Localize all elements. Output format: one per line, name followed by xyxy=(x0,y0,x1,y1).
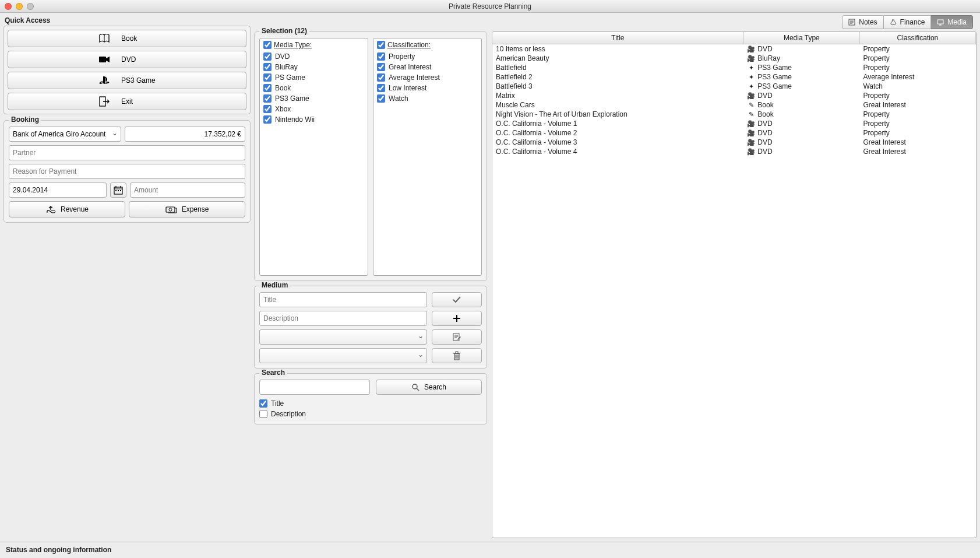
quick-access-panel: Book DVD PS3 Game Exit xyxy=(3,26,251,114)
table-row[interactable]: O.C. California - Volume 1🎥DVDProperty xyxy=(492,119,976,128)
media-type-all-checkbox[interactable] xyxy=(263,41,272,49)
table-row[interactable]: Night Vision - The Art of Urban Explorat… xyxy=(492,110,976,119)
media-table[interactable]: Title Media Type Classification 10 Items… xyxy=(492,31,977,538)
quick-access-book-button[interactable]: Book xyxy=(8,30,246,47)
col-header-title[interactable]: Title xyxy=(492,32,743,44)
table-row[interactable]: Battlefield✦PS3 GameProperty xyxy=(492,63,976,72)
quick-access-dvd-button[interactable]: DVD xyxy=(8,51,246,68)
quick-access-dvd-label: DVD xyxy=(121,55,156,64)
revenue-icon xyxy=(45,205,56,213)
table-row[interactable]: O.C. California - Volume 2🎥DVDProperty xyxy=(492,128,976,138)
zoom-window-button[interactable] xyxy=(27,3,34,10)
cell-classification: Great Interest xyxy=(859,100,975,110)
playstation-icon xyxy=(98,76,111,85)
table-row[interactable]: Battlefield 2✦PS3 GameAverage Interest xyxy=(492,72,976,82)
classification-checkbox[interactable] xyxy=(377,94,385,103)
media-type-header: Media Type: xyxy=(274,41,312,49)
search-input[interactable] xyxy=(259,380,370,395)
cell-classification: Great Interest xyxy=(859,147,975,156)
close-window-button[interactable] xyxy=(5,3,12,10)
book-icon: ✎ xyxy=(747,111,755,118)
medium-delete-button[interactable] xyxy=(432,348,482,363)
table-row[interactable]: Battlefield 3✦PS3 GameWatch xyxy=(492,82,976,91)
tab-media[interactable]: Media xyxy=(931,15,973,29)
reason-input[interactable] xyxy=(9,164,245,179)
cell-title: Muscle Cars xyxy=(492,100,743,110)
cell-media-type: 🎥DVD xyxy=(743,138,859,147)
minimize-window-button[interactable] xyxy=(16,3,23,10)
cell-title: Night Vision - The Art of Urban Explorat… xyxy=(492,110,743,119)
date-input[interactable] xyxy=(9,183,107,198)
account-select[interactable]: Bank of America Giro Account xyxy=(9,127,121,142)
classification-checkbox[interactable] xyxy=(377,63,385,71)
media-type-checkbox[interactable] xyxy=(263,73,272,82)
classification-option-label: Average Interest xyxy=(389,73,440,82)
quick-access-exit-label: Exit xyxy=(121,97,156,106)
medium-title-input[interactable] xyxy=(259,292,427,307)
svg-rect-1 xyxy=(99,57,106,62)
quick-access-exit-button[interactable]: Exit xyxy=(8,93,246,110)
table-row[interactable]: O.C. California - Volume 4🎥DVDGreat Inte… xyxy=(492,147,976,156)
table-row[interactable]: Muscle Cars✎BookGreat Interest xyxy=(492,100,976,110)
cell-media-type: ✎Book xyxy=(743,110,859,119)
medium-edit-button[interactable] xyxy=(432,329,482,345)
game-icon: ✦ xyxy=(747,73,755,81)
cell-media-type: ✦PS3 Game xyxy=(743,82,859,91)
cell-title: O.C. California - Volume 3 xyxy=(492,138,743,147)
media-type-checkbox[interactable] xyxy=(263,94,272,103)
table-row[interactable]: O.C. California - Volume 3🎥DVDGreat Inte… xyxy=(492,138,976,147)
partner-input[interactable] xyxy=(9,145,245,160)
media-type-checkbox[interactable] xyxy=(263,84,272,92)
search-button[interactable]: Search xyxy=(376,380,482,395)
medium-add-button[interactable] xyxy=(432,311,482,326)
cell-title: Battlefield 3 xyxy=(492,82,743,91)
cell-title: O.C. California - Volume 4 xyxy=(492,147,743,156)
booking-label: Booking xyxy=(9,115,41,124)
media-type-checkbox[interactable] xyxy=(263,52,272,61)
search-title-checkbox[interactable] xyxy=(259,399,267,408)
table-row[interactable]: American Beauty🎥BluRayProperty xyxy=(492,54,976,63)
svg-point-32 xyxy=(413,384,417,389)
table-row[interactable]: 10 Items or less🎥DVDProperty xyxy=(492,44,976,54)
selection-group: Selection (12) Media Type: DVDBluRayPS G… xyxy=(254,31,487,281)
tab-notes[interactable]: Notes xyxy=(842,15,883,29)
classification-option-label: Low Interest xyxy=(389,84,426,92)
exit-icon xyxy=(98,96,111,107)
col-header-classification[interactable]: Classification xyxy=(859,32,975,44)
classification-checkbox[interactable] xyxy=(377,52,385,61)
cell-classification: Property xyxy=(859,44,975,54)
search-button-label: Search xyxy=(424,383,446,391)
cell-classification: Great Interest xyxy=(859,138,975,147)
medium-group: Medium xyxy=(254,286,487,369)
medium-type-select[interactable] xyxy=(259,329,427,345)
classification-all-checkbox[interactable] xyxy=(377,41,385,49)
balance-display xyxy=(125,127,245,142)
media-type-option-label: PS3 Game xyxy=(275,94,309,103)
classification-checkbox[interactable] xyxy=(377,73,385,82)
calendar-button[interactable] xyxy=(110,183,126,198)
media-type-checkbox[interactable] xyxy=(263,105,272,113)
search-title-label: Title xyxy=(271,399,284,408)
medium-classification-select[interactable] xyxy=(259,348,427,363)
expense-button[interactable]: Expense xyxy=(129,201,245,217)
revenue-button[interactable]: Revenue xyxy=(9,201,125,217)
classification-checkbox[interactable] xyxy=(377,84,385,92)
search-description-checkbox[interactable] xyxy=(259,410,267,418)
cell-media-type: 🎥DVD xyxy=(743,91,859,100)
medium-confirm-button[interactable] xyxy=(432,292,482,307)
table-row[interactable]: Matrix🎥DVDProperty xyxy=(492,91,976,100)
titlebar: Private Resource Planning xyxy=(0,0,980,13)
quick-access-ps3-button[interactable]: PS3 Game xyxy=(8,72,246,89)
col-header-media-type[interactable]: Media Type xyxy=(743,32,859,44)
svg-rect-8 xyxy=(118,190,119,191)
amount-input[interactable] xyxy=(130,183,245,198)
classification-panel: Classification: PropertyGreat InterestAv… xyxy=(373,38,482,276)
tab-finance[interactable]: Finance xyxy=(884,15,932,29)
classification-option-label: Property xyxy=(389,52,415,61)
media-type-checkbox[interactable] xyxy=(263,115,272,124)
cell-classification: Property xyxy=(859,54,975,63)
media-type-option-label: Xbox xyxy=(275,105,291,113)
media-type-checkbox[interactable] xyxy=(263,63,272,71)
svg-point-12 xyxy=(169,208,172,211)
medium-description-input[interactable] xyxy=(259,311,427,326)
